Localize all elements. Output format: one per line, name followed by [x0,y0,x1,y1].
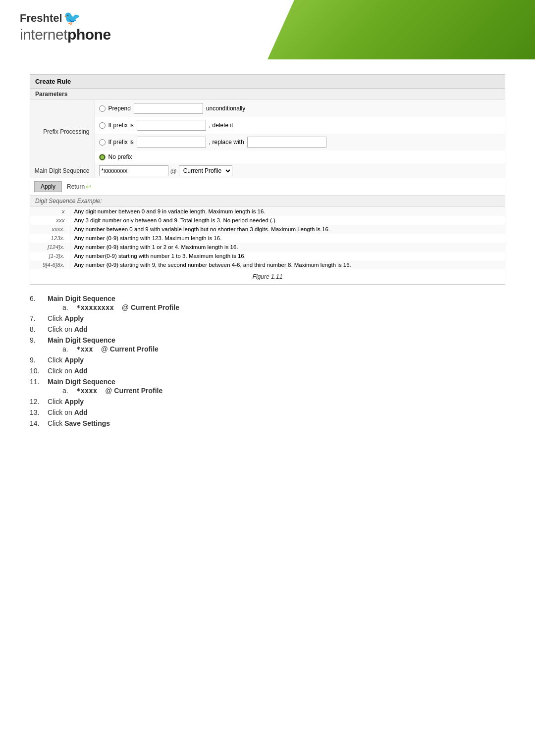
prefix-row-2: If prefix is , delete it [30,117,505,134]
list-item: 13. Click on Add [30,408,505,416]
return-button[interactable]: Return ↩ [64,181,95,192]
sub-code: *xxxx [76,387,97,395]
sub-letter: a. [62,345,72,353]
digit-desc: Any number (0-9) starting with 1 or 2 or… [70,243,505,252]
prefix-option-prepend: Prepend unconditionally [95,100,505,117]
main-digit-content: @ Current Profile [99,165,501,176]
profile-label: Current Profile [110,345,159,353]
list-heading: Main Digit Sequence [48,378,115,386]
digit-example-row: xxxx. Any number between 0 and 9 with va… [30,225,505,234]
if-prefix-label-2: If prefix is [108,139,134,146]
action-label: Add [74,408,88,416]
list-item: 9. Main Digit Sequence a. *xxx @ Current… [30,336,505,353]
action-label: Apply [64,314,84,322]
digit-desc: Any digit number between 0 and 9 in vari… [70,207,505,216]
list-item: 14. Click Save Settings [30,419,505,427]
digit-example-row: 123x. Any number (0-9) starting with 123… [30,234,505,243]
btn-row: Apply Return ↩ [30,178,505,195]
list-content: Main Digit Sequence a. *xxx @ Current Pr… [48,336,505,353]
sub-item: a. *xxxxxxxx @ Current Profile [62,303,505,311]
sub-code: *xxxxxxxx [76,303,114,311]
list-number: 9. [30,336,45,344]
replace-with-input[interactable] [247,137,326,148]
sub-at-profile: @ Current Profile [122,303,179,311]
action-label: Add [74,325,88,333]
action-label: Apply [64,398,84,405]
sub-at-profile: @ Current Profile [105,387,162,395]
prefix-option-delete: If prefix is , delete it [95,117,505,134]
digit-code: [124]x. [30,243,70,252]
rule-table: Prefix Processing Prepend unconditionall… [30,100,505,178]
radio-if-prefix-replace[interactable] [99,139,106,146]
radio-prepend[interactable] [99,105,106,112]
list-number: 9. [30,356,45,364]
apply-button[interactable]: Apply [34,181,62,192]
return-label: Return [67,183,85,190]
parameters-title: Parameters [30,89,505,100]
main-digit-input[interactable] [99,165,168,176]
logo-freshtel: Freshtel 🐦 [20,10,81,26]
digit-desc: Any number (0-9) starting with 9, the se… [70,260,505,269]
list-number: 10. [30,367,45,375]
at-symbol: @ [170,167,177,175]
no-prefix-label: No prefix [108,153,132,160]
list-content: Click Save Settings [48,419,505,427]
main-digit-row: Main Digit Sequence @ Current Profile [30,163,505,178]
list-item: 12. Click Apply [30,398,505,405]
figure-caption: Figure 1.11 [30,269,505,284]
prepend-label: Prepend [108,105,131,112]
profile-label: Current Profile [114,387,162,395]
main-content: Create Rule Parameters Prefix Processing… [0,59,535,445]
list-item: 9. Click Apply [30,356,505,364]
create-rule-box: Create Rule Parameters Prefix Processing… [30,74,505,285]
main-digit-content-cell: @ Current Profile [95,163,505,178]
prefix-option-no-prefix: No prefix [95,151,505,163]
sub-at-profile: @ Current Profile [101,345,159,353]
radio-if-prefix-delete[interactable] [99,122,106,129]
radio-no-prefix[interactable] [99,154,106,160]
list-item: 10. Click on Add [30,367,505,375]
header-bg [268,0,535,59]
digit-example-row: [1-3]x. Any number(0-9) starting with nu… [30,252,505,260]
list-number: 7. [30,314,45,322]
digit-desc: Any number between 0 and 9 with variable… [70,225,505,234]
list-number: 13. [30,408,45,416]
if-prefix-replace-input[interactable] [137,137,206,148]
digit-code: [1-3]x. [30,252,70,260]
main-digit-label: Main Digit Sequence [30,163,95,178]
logo-internet-phone: internetphone [20,26,111,43]
list-content: Click on Add [48,325,505,333]
digit-desc: Any number(0-9) starting with number 1 t… [70,252,505,260]
if-prefix-label-1: If prefix is [108,122,134,129]
sub-code: *xxx [76,345,93,353]
list-number: 11. [30,378,45,386]
prefix-row-4: No prefix [30,151,505,163]
prefix-option-replace: If prefix is , replace with [95,134,505,151]
profile-label: Current Profile [131,303,179,311]
create-rule-title: Create Rule [30,75,505,89]
digit-code: 123x. [30,234,70,243]
sub-item: a. *xxx @ Current Profile [62,345,505,353]
action-label: Apply [64,356,84,364]
logo: Freshtel 🐦 internetphone [20,10,111,43]
list-content: Click on Add [48,408,505,416]
list-number: 12. [30,398,45,405]
delete-it-label: , delete it [209,122,233,129]
list-number: 8. [30,325,45,333]
prepend-input[interactable] [134,103,203,114]
list-content: Click on Add [48,367,505,375]
digit-desc: Any 3 digit number only between 0 and 9.… [70,216,505,225]
bird-icon: 🐦 [63,10,81,26]
digit-code: 9[4-6]8x. [30,260,70,269]
prefix-row-1: Prefix Processing Prepend unconditionall… [30,100,505,117]
digit-desc: Any number (0-9) starting with 123. Maxi… [70,234,505,243]
digit-code: xxxx. [30,225,70,234]
prefix-label: Prefix Processing [30,100,95,163]
if-prefix-delete-input[interactable] [137,120,206,131]
profile-select[interactable]: Current Profile [179,165,232,176]
unconditionally-label: unconditionally [206,105,245,112]
list-content: Click Apply [48,356,505,364]
list-content: Click Apply [48,398,505,405]
list-item: 6. Main Digit Sequence a. *xxxxxxxx @ Cu… [30,295,505,311]
list-item: 8. Click on Add [30,325,505,333]
